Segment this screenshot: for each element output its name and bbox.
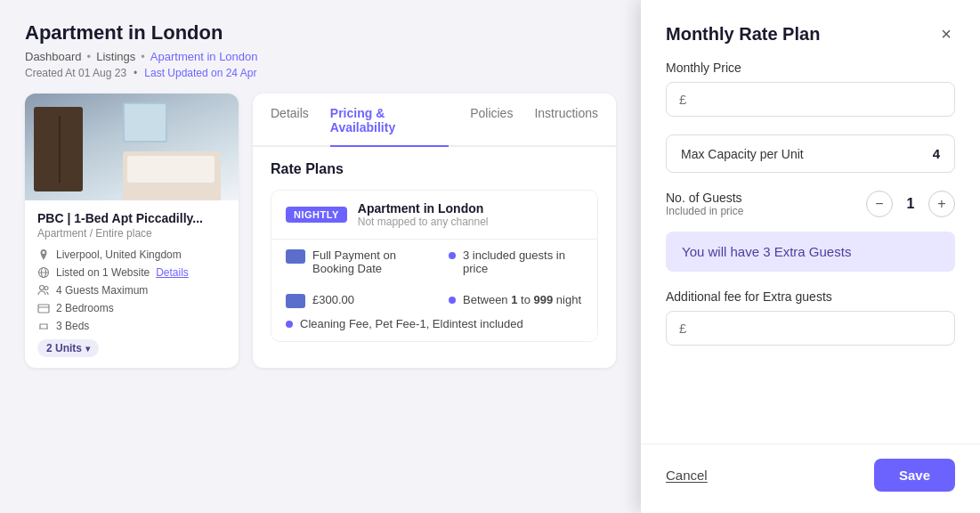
page-title: Apartment in London [25,21,616,45]
rate-plan-item-guests: 3 included guests in price [434,240,597,284]
location-detail: Liverpool, United Kingdom [37,248,226,261]
save-button[interactable]: Save [874,459,955,492]
bullet-icon [449,252,456,259]
nights-bullet-icon [449,297,456,304]
units-badge[interactable]: 2 Units ▾ [37,339,99,357]
listed-text: Listed on 1 Website [56,266,150,279]
tabs-row: Details Pricing & Availability Policies … [253,94,616,147]
website-detail: Listed on 1 Website Details [37,266,226,279]
rate-plan-header: NIGHTLY Apartment in London Not mapped t… [271,191,597,240]
panel-body: Monthly Price Max Capacity per Unit 4 No… [641,61,980,444]
globe-icon [37,266,50,279]
beds-text: 3 Beds [56,320,89,332]
svg-point-3 [40,286,45,290]
section-title: Rate Plans [271,161,598,177]
units-label: 2 Units [46,342,82,354]
created-date: Created At 01 Aug 23 [25,67,126,79]
payment-card-icon [286,249,305,264]
chevron-down-icon: ▾ [85,344,90,354]
tab-pricing[interactable]: Pricing & Availability [330,94,449,147]
meta-info: Created At 01 Aug 23 • Last Updated on 2… [25,67,616,79]
property-card: PBC | 1-Bed Apt Piccadilly... Apartment … [25,94,239,368]
increment-button[interactable]: + [928,191,955,217]
guests-label: No. of Guests [666,191,743,205]
bedrooms-text: 2 Bedrooms [56,302,114,314]
nights-to: 999 [534,293,554,306]
svg-rect-5 [38,307,49,313]
bed-icon [37,302,50,314]
decrement-button[interactable]: − [866,191,893,217]
rate-plan-name: Apartment in London [358,201,489,216]
cancel-button[interactable]: Cancel [666,468,708,483]
panel-header: Monthly Rate Plan × [641,0,980,61]
capacity-label: Max Capacity per Unit [681,147,804,161]
property-image [25,94,239,200]
price-text: £300.00 [312,293,354,306]
guests-value: 1 [902,196,919,212]
capacity-value: 4 [933,146,940,161]
payment-text: Full Payment on Booking Date [312,248,420,275]
capacity-row: Max Capacity per Unit 4 [666,134,955,173]
main-content: Details Pricing & Availability Policies … [253,94,616,368]
property-name: PBC | 1-Bed Apt Piccadilly... [37,211,226,225]
location-text: Liverpool, United Kingdom [56,248,182,261]
nights-from: 1 [511,293,517,306]
property-type: Apartment / Entire place [37,227,226,240]
guests-sub-label: Included in price [666,205,743,217]
rate-plan-item-nights: Between 1 to 999 night [434,284,597,317]
breadcrumb-property[interactable]: Apartment in London [150,50,258,63]
nights-text: Between 1 to 999 night [463,293,581,306]
details-link[interactable]: Details [156,266,189,279]
breadcrumb: Dashboard • Listings • Apartment in Lond… [25,50,616,63]
bedrooms-detail: 2 Bedrooms [37,302,226,314]
tab-policies[interactable]: Policies [470,94,513,147]
guests-detail: 4 Guests Maximum [37,284,226,297]
tab-instructions[interactable]: Instructions [534,94,598,147]
monthly-price-label: Monthly Price [666,61,955,75]
additional-fee-group: Additional fee for Extra guests [666,289,955,346]
additional-fee-label: Additional fee for Extra guests [666,289,955,304]
fees-text: Cleaning Fee, Pet Fee-1, Eldintest inclu… [300,317,523,330]
location-icon [37,248,50,261]
close-button[interactable]: × [937,21,955,46]
rate-plan-item-payment: Full Payment on Booking Date [271,240,434,284]
extra-guests-notice: You will have 3 Extra Guests [666,232,955,272]
guests-stepper: − 1 + [866,191,955,217]
guests-icon [37,284,50,297]
breadcrumb-listings[interactable]: Listings [96,50,135,63]
breadcrumb-dashboard[interactable]: Dashboard [25,50,82,63]
guests-row: No. of Guests Included in price − 1 + [666,191,955,217]
nightly-badge: NIGHTLY [286,207,347,223]
rate-plan-sub: Not mapped to any channel [358,216,489,228]
side-panel: Monthly Rate Plan × Monthly Price Max Ca… [641,0,980,513]
tab-details[interactable]: Details [271,94,309,147]
price-card-icon [286,294,305,308]
monthly-price-group: Monthly Price [666,61,955,117]
last-updated: Last Updated on 24 Apr [144,67,256,79]
fees-bullet-icon [286,321,293,328]
additional-fee-input[interactable] [666,311,955,346]
rate-plan-fees: Cleaning Fee, Pet Fee-1, Eldintest inclu… [271,317,597,341]
panel-footer: Cancel Save [641,444,980,513]
overlay: Monthly Rate Plan × Monthly Price Max Ca… [641,0,980,513]
beds-detail: 3 Beds [37,320,226,332]
rate-plan-card: NIGHTLY Apartment in London Not mapped t… [271,190,598,342]
panel-title: Monthly Rate Plan [666,24,820,45]
beds-icon [37,320,50,332]
svg-point-4 [45,287,48,290]
included-guests-text: 3 included guests in price [463,248,583,275]
rate-plan-item-price: £300.00 [271,284,434,317]
monthly-price-input[interactable] [666,82,955,117]
guests-text: 4 Guests Maximum [56,284,148,297]
